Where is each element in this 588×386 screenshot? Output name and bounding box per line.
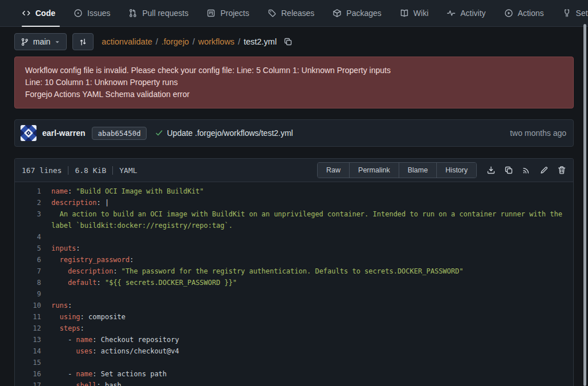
line-content: description: | — [51, 197, 573, 208]
line-number[interactable]: 15 — [15, 357, 51, 368]
trash-icon[interactable] — [557, 166, 566, 175]
workflow-error-banner: Workflow config file is invalid. Please … — [14, 57, 574, 108]
compare-button[interactable] — [72, 33, 94, 50]
download-icon[interactable] — [486, 166, 496, 175]
line-number[interactable]: 12 — [15, 323, 51, 334]
line-content: shell: bash — [51, 380, 573, 386]
chevron-down-icon — [54, 39, 60, 45]
tab-label: Activity — [460, 9, 485, 18]
tab-wiki[interactable]: Wiki — [391, 0, 437, 26]
tab-label: Actions — [518, 9, 544, 18]
copy-path-icon[interactable] — [283, 37, 293, 46]
line-content — [51, 231, 573, 243]
code-line: 5inputs: — [15, 243, 573, 254]
branch-name: main — [33, 37, 50, 46]
line-number[interactable]: 8 — [15, 277, 51, 288]
tab-label: Releases — [281, 9, 314, 18]
line-number[interactable]: 10 — [15, 300, 51, 311]
line-number[interactable]: 1 — [15, 186, 51, 197]
permalink-button[interactable]: Permalink — [349, 163, 399, 178]
breadcrumb-segment[interactable]: workflows — [198, 37, 234, 46]
code-line: 1name: "Build OCI Image with BuildKit" — [15, 186, 573, 197]
copy-icon[interactable] — [504, 166, 513, 175]
file-language: YAML — [119, 166, 137, 175]
divider — [112, 166, 113, 175]
package-icon — [332, 9, 342, 18]
line-number[interactable]: 5 — [15, 243, 51, 254]
line-number[interactable]: 16 — [15, 368, 51, 380]
breadcrumb-separator: / — [238, 37, 240, 46]
breadcrumb-separator: / — [192, 37, 194, 46]
tab-pull-requests[interactable]: Pull requests — [119, 0, 197, 26]
breadcrumb-segment[interactable]: actionvalidate — [102, 37, 152, 46]
tab-settings[interactable]: Settings — [553, 0, 588, 26]
line-number[interactable]: 14 — [15, 345, 51, 357]
pulse-icon — [447, 9, 456, 18]
line-content: inputs: — [51, 243, 573, 254]
tab-packages[interactable]: Packages — [323, 0, 390, 26]
tag-icon — [267, 9, 277, 18]
blame-button[interactable]: Blame — [399, 163, 436, 178]
rss-icon[interactable] — [522, 166, 531, 175]
issue-circle-icon — [74, 9, 83, 18]
line-content: uses: actions/checkout@v4 — [51, 345, 573, 357]
tab-projects[interactable]: Projects — [197, 0, 258, 26]
line-content: using: composite — [51, 311, 573, 323]
tools-icon — [562, 9, 571, 18]
tab-activity[interactable]: Activity — [437, 0, 494, 26]
commit-time: two months ago — [510, 128, 566, 138]
line-number[interactable]: 2 — [15, 197, 51, 208]
commit-author[interactable]: earl-warren — [42, 128, 85, 138]
line-content: - name: Checkout repository — [51, 334, 573, 345]
commit-message[interactable]: Update .forgejo/workflows/test2.yml — [167, 128, 293, 138]
edit-icon[interactable] — [540, 166, 549, 175]
line-number[interactable]: 9 — [15, 288, 51, 300]
code-line: 10runs: — [15, 300, 573, 311]
file-view-tabs: RawPermalinkBlameHistory — [317, 162, 477, 179]
error-line: Line: 10 Column 1: Unknown Property runs — [25, 77, 563, 89]
code-line: 16 - name: Set actions path — [15, 368, 573, 380]
breadcrumb-segment[interactable]: .forgejo — [161, 37, 189, 46]
line-content: name: "Build OCI Image with BuildKit" — [51, 186, 573, 197]
line-number[interactable]: 3 — [15, 208, 51, 231]
breadcrumb: actionvalidate/.forgejo/workflows/test2.… — [102, 37, 293, 46]
commit-status-check-icon[interactable] — [155, 129, 163, 137]
tab-label: Projects — [220, 9, 249, 18]
code-line: 13 - name: Checkout repository — [15, 334, 573, 345]
line-number[interactable]: 13 — [15, 334, 51, 345]
line-number[interactable]: 6 — [15, 254, 51, 266]
file-header: 167 lines 6.8 KiB YAML RawPermalinkBlame… — [15, 159, 573, 182]
code-line: 11 using: composite — [15, 311, 573, 323]
code-line: 15 — [15, 357, 573, 368]
line-number[interactable]: 4 — [15, 231, 51, 243]
breadcrumb-separator: / — [156, 37, 158, 46]
tab-code[interactable]: Code — [17, 0, 64, 26]
tab-releases[interactable]: Releases — [258, 0, 323, 26]
avatar[interactable] — [21, 125, 37, 141]
tab-label: Packages — [346, 9, 381, 18]
book-icon — [400, 9, 409, 18]
file-meta: 167 lines 6.8 KiB YAML — [22, 166, 137, 175]
raw-button[interactable]: Raw — [318, 163, 349, 178]
branch-select-button[interactable]: main — [14, 33, 67, 50]
history-button[interactable]: History — [436, 163, 476, 178]
vertical-scrollbar[interactable] — [583, 24, 586, 386]
divider — [68, 166, 68, 175]
commit-hash[interactable]: abab65450d — [92, 127, 146, 140]
breadcrumb-segment: test2.yml — [244, 37, 277, 46]
code-line: 2description: | — [15, 197, 573, 208]
line-number[interactable]: 17 — [15, 380, 51, 386]
compare-icon — [79, 38, 87, 46]
tab-issues[interactable]: Issues — [64, 0, 119, 26]
code-line: 17 shell: bash — [15, 380, 573, 386]
line-content: runs: — [51, 300, 573, 311]
code-line: 8 default: "${{ secrets.DOCKER_PASSWORD … — [15, 277, 573, 288]
code-line: 7 description: "The password for the reg… — [15, 266, 573, 277]
repo-file-page: main actionvalidate/.forgejo/workflows/t… — [0, 27, 588, 386]
line-number[interactable]: 11 — [15, 311, 51, 323]
latest-commit-bar: earl-warren abab65450d Update .forgejo/w… — [14, 119, 574, 147]
tab-actions[interactable]: Actions — [495, 0, 553, 26]
line-number[interactable]: 7 — [15, 266, 51, 277]
tab-label: Settings — [576, 9, 588, 18]
line-content: registry_password: — [51, 254, 573, 266]
